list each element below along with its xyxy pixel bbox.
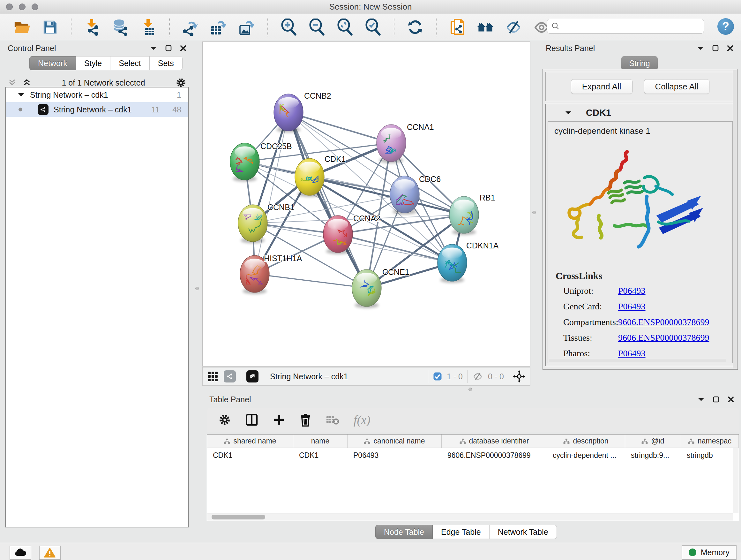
- column-header-canonical-name[interactable]: canonical name: [347, 435, 442, 448]
- protein-node-ccnb2[interactable]: CCNB2: [274, 91, 331, 132]
- detach-view-button[interactable]: [246, 370, 259, 382]
- string-network-graph[interactable]: CCNB2CCNA1CDC25BCDK1CDC6RB1CCNB1CCNA2CDK…: [203, 42, 530, 366]
- scrollbar-thumb[interactable]: [212, 515, 265, 519]
- panel-menu-icon[interactable]: [697, 46, 704, 51]
- table-cell[interactable]: CDK1: [207, 451, 293, 460]
- table-row[interactable]: CDK1CDK1P064939606.ENSP00000378699cyclin…: [207, 448, 739, 462]
- annotations-button[interactable]: [449, 18, 466, 37]
- hide-selected-button[interactable]: [505, 18, 522, 37]
- delete-column-trash-icon[interactable]: [299, 413, 312, 427]
- panel-menu-icon[interactable]: [697, 397, 704, 401]
- table-settings-gear-icon[interactable]: [218, 414, 231, 426]
- cloud-status-button[interactable]: [10, 546, 31, 560]
- show-columns-icon[interactable]: [245, 413, 259, 427]
- zoom-out-button[interactable]: [308, 18, 326, 37]
- protein-node-ccna2[interactable]: CCNA2: [323, 214, 381, 254]
- column-header-description[interactable]: description: [547, 435, 625, 448]
- pan-crosshair-icon[interactable]: [513, 370, 526, 383]
- left-splitter-handle[interactable]: [195, 287, 199, 290]
- network-edge[interactable]: [288, 112, 391, 143]
- tab-select[interactable]: Select: [111, 56, 149, 70]
- warnings-button[interactable]: [39, 546, 61, 560]
- crosslink-link[interactable]: P06493: [618, 348, 646, 359]
- protein-node-hist1h1a[interactable]: HIST1H1A: [240, 254, 302, 294]
- delete-table-icon[interactable]: [326, 415, 340, 425]
- column-header--id[interactable]: @id: [625, 435, 681, 448]
- node-result-header[interactable]: CDK1: [546, 104, 735, 121]
- network-edge[interactable]: [310, 177, 464, 215]
- close-panel-icon[interactable]: [180, 45, 186, 51]
- collapse-all-button[interactable]: Collapse All: [644, 79, 710, 94]
- column-header-namespac[interactable]: namespac: [681, 435, 739, 448]
- network-canvas[interactable]: CCNB2CCNA1CDC25BCDK1CDC6RB1CCNB1CCNA2CDK…: [202, 42, 530, 367]
- protein-node-ccnb1[interactable]: CCNB1: [238, 203, 294, 243]
- export-table-file-button[interactable]: [210, 18, 227, 37]
- float-panel-icon[interactable]: [165, 45, 172, 51]
- tab-node-table[interactable]: Node Table: [375, 525, 433, 539]
- column-header-shared-name[interactable]: shared name: [207, 435, 293, 448]
- import-network-file-button[interactable]: [84, 18, 101, 37]
- import-table-file-button[interactable]: [140, 18, 157, 37]
- crosslink-link[interactable]: P06493: [618, 286, 646, 296]
- crosslink-link[interactable]: 9606.ENSP00000378699: [618, 317, 709, 327]
- right-splitter-handle[interactable]: [532, 211, 536, 214]
- grid-view-icon[interactable]: [207, 371, 219, 382]
- close-panel-icon[interactable]: [728, 396, 734, 402]
- crosslink-link[interactable]: P06493: [618, 301, 646, 312]
- string-home-button[interactable]: [477, 18, 494, 37]
- table-cell[interactable]: CDK1: [293, 451, 347, 460]
- selected-checkbox-icon[interactable]: [433, 372, 442, 381]
- column-header-name[interactable]: name: [293, 435, 347, 448]
- results-vertical-scrollbar[interactable]: [733, 70, 737, 368]
- zoom-selected-button[interactable]: [364, 18, 382, 37]
- collapse-all-icon[interactable]: [8, 78, 17, 87]
- add-column-icon[interactable]: [273, 414, 285, 426]
- float-panel-icon[interactable]: [713, 396, 719, 402]
- table-vertical-scrollbar[interactable]: [733, 448, 739, 513]
- expand-all-icon[interactable]: [22, 78, 31, 87]
- crosslink-link[interactable]: 9606.ENSP00000378699: [618, 333, 709, 343]
- tab-style[interactable]: Style: [76, 56, 111, 70]
- table-cell[interactable]: cyclin-dependent ...: [547, 451, 625, 460]
- protein-node-ccne1[interactable]: CCNE1: [352, 267, 409, 308]
- protein-node-cdc6[interactable]: CDC6: [390, 175, 441, 214]
- import-network-database-button[interactable]: [112, 18, 129, 37]
- zoom-fit-button[interactable]: [336, 18, 354, 37]
- protein-node-rb1[interactable]: RB1: [449, 193, 495, 235]
- save-session-button[interactable]: [42, 18, 59, 37]
- zoom-in-button[interactable]: [280, 18, 297, 37]
- search-input[interactable]: [562, 22, 704, 30]
- network-view-string-icon[interactable]: [224, 370, 236, 382]
- close-panel-icon[interactable]: [727, 45, 733, 51]
- network-edge[interactable]: [255, 112, 288, 274]
- node-table[interactable]: shared namenamecanonical namedatabase id…: [207, 434, 739, 521]
- table-cell[interactable]: P06493: [347, 451, 442, 460]
- tab-network-table[interactable]: Network Table: [489, 525, 557, 539]
- toolbar-search[interactable]: [547, 19, 704, 34]
- function-builder-icon[interactable]: f(x): [354, 413, 370, 427]
- panel-menu-icon[interactable]: [150, 46, 157, 51]
- tree-expand-icon[interactable]: [18, 92, 24, 97]
- open-session-button[interactable]: [13, 18, 30, 37]
- tab-string-results[interactable]: String: [621, 56, 657, 70]
- column-header-database-identifier[interactable]: database identifier: [442, 435, 547, 448]
- float-panel-icon[interactable]: [712, 45, 719, 51]
- export-image-file-button[interactable]: [238, 18, 255, 37]
- bottom-splitter-handle[interactable]: [468, 388, 472, 391]
- results-horizontal-scrollbar[interactable]: [549, 359, 726, 362]
- network-row[interactable]: String Network – cdk1 11 48: [6, 102, 188, 117]
- tab-network[interactable]: Network: [29, 56, 76, 70]
- gear-icon[interactable]: [176, 77, 186, 88]
- tab-sets[interactable]: Sets: [150, 56, 183, 70]
- table-cell[interactable]: stringdb: [681, 451, 739, 460]
- memory-button[interactable]: Memory: [682, 545, 737, 560]
- tab-edge-table[interactable]: Edge Table: [433, 525, 489, 539]
- entry-collapse-icon[interactable]: [565, 111, 572, 115]
- table-cell[interactable]: stringdb:9...: [625, 451, 681, 460]
- export-network-file-button[interactable]: [182, 18, 199, 37]
- table-horizontal-scrollbar[interactable]: [207, 513, 733, 521]
- protein-node-cdc25b[interactable]: CDC25B: [230, 142, 292, 182]
- network-collection-row[interactable]: String Network – cdk1 1: [6, 87, 188, 102]
- expand-all-button[interactable]: Expand All: [571, 79, 632, 94]
- network-edge[interactable]: [255, 274, 367, 288]
